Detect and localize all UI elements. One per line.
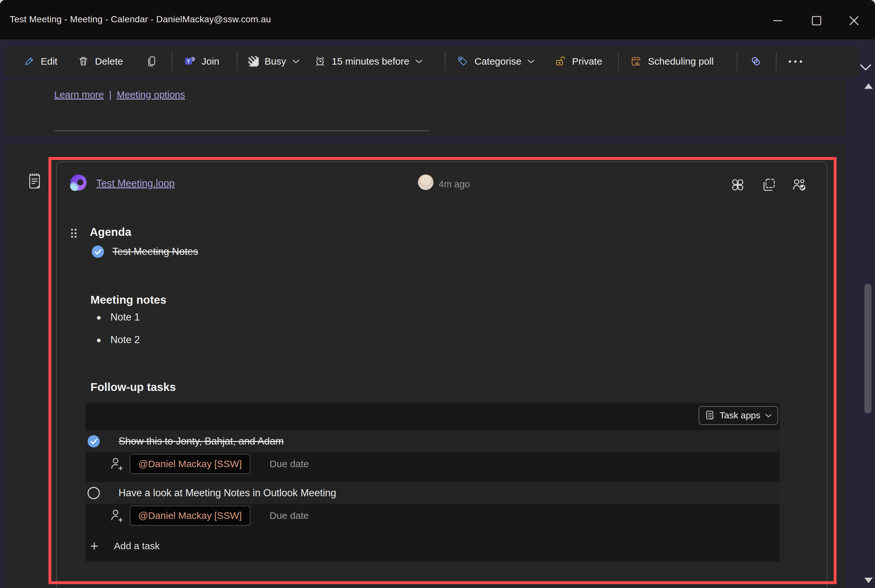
copy-icon: [146, 56, 157, 67]
notes-clipboard-icon[interactable]: [27, 172, 42, 192]
assignee-mention-chip[interactable]: @Daniel Mackay [SSW]: [130, 506, 250, 526]
busy-status-icon: [249, 56, 259, 66]
toolbar-separator: [618, 52, 619, 71]
note-text: Note 2: [111, 334, 140, 346]
components-button[interactable]: [731, 178, 745, 192]
scheduling-poll-icon: [631, 56, 642, 67]
collapse-ribbon-button[interactable]: [859, 63, 872, 73]
more-options-button[interactable]: [789, 46, 802, 77]
unlock-icon: [554, 56, 566, 67]
window-title: Test Meeting - Meeting - Calendar - Dani…: [10, 14, 271, 24]
scrollbar-thumb[interactable]: [865, 284, 872, 414]
meeting-info-panel: Learn more|Meeting options: [4, 80, 846, 136]
drag-handle-icon[interactable]: [71, 229, 77, 239]
toolbar-separator: [445, 52, 445, 71]
screenshot-root: { "window": { "title": "Test Meeting - M…: [0, 0, 875, 588]
minimize-icon: [772, 15, 783, 26]
scroll-down-arrow[interactable]: [865, 578, 873, 583]
people-check-icon: [792, 178, 806, 192]
task-apps-dropdown[interactable]: Task apps: [699, 406, 778, 425]
tag-icon: [457, 56, 469, 67]
close-button[interactable]: [842, 9, 866, 32]
scheduling-poll-button[interactable]: Scheduling poll: [631, 46, 713, 77]
meeting-options-link[interactable]: Meeting options: [117, 89, 185, 100]
link-separator: |: [109, 89, 111, 100]
person-add-icon[interactable]: [110, 457, 123, 471]
note-list-item[interactable]: ● Note 2: [96, 334, 140, 346]
task-assignment-row: @Daniel Mackay [SSW] Due date: [85, 454, 309, 474]
maximize-button[interactable]: [805, 9, 828, 32]
copy-component-button[interactable]: [762, 178, 776, 192]
task-row: Show this to Jonty, Bahjat, and Adam: [85, 430, 780, 452]
teams-icon: T: [184, 56, 196, 67]
chevron-down-icon: [415, 59, 423, 64]
unchecked-checkbox[interactable]: [87, 487, 100, 499]
chevron-down-icon: [527, 59, 535, 64]
avatar: [418, 174, 433, 190]
trash-icon: [78, 56, 89, 67]
due-date-field[interactable]: Due date: [270, 510, 309, 521]
toolbar-separator: [776, 52, 776, 71]
minimize-button[interactable]: [766, 9, 790, 32]
loop-component-card: Test Meeting.loop 4m ago: [56, 162, 827, 588]
plus-icon: +: [90, 541, 99, 551]
task-assignment-row: @Daniel Mackay [SSW] Due date: [85, 506, 309, 526]
note-list-item[interactable]: ● Note 1: [96, 312, 140, 323]
due-date-field[interactable]: Due date: [270, 459, 309, 470]
ribbon-toolbar: Edit Delete T Join Busy: [4, 46, 859, 77]
loop-file-icon: [70, 174, 87, 190]
person-add-icon[interactable]: [110, 508, 123, 523]
agenda-item: Test Meeting Notes: [92, 246, 198, 258]
toolbar-separator: [172, 52, 172, 71]
note-text: Note 1: [111, 312, 140, 323]
agenda-heading: Agenda: [90, 225, 131, 238]
categorise-dropdown[interactable]: Categorise: [457, 46, 535, 77]
tasks-table: Task apps Show this to Jonty, Bahjat, an…: [85, 403, 780, 562]
copy-component-icon: [762, 178, 776, 192]
maximize-icon: [811, 15, 822, 26]
delete-button[interactable]: Delete: [78, 46, 123, 77]
collapse-chevron-icon: [859, 63, 872, 72]
task-apps-icon: [705, 410, 715, 421]
edit-button[interactable]: Edit: [23, 46, 57, 77]
copy-button[interactable]: [146, 46, 157, 77]
show-as-busy-dropdown[interactable]: Busy: [249, 46, 300, 77]
toolbar-separator: [737, 52, 737, 71]
meeting-notes-heading: Meeting notes: [90, 293, 166, 306]
svg-text:T: T: [187, 58, 190, 64]
close-icon: [848, 15, 860, 26]
bullet-icon: ●: [96, 335, 102, 345]
last-edited-timestamp: 4m ago: [439, 179, 470, 190]
bullet-icon: ●: [96, 312, 102, 322]
assignee-mention-chip[interactable]: @Daniel Mackay [SSW]: [130, 454, 250, 474]
people-check-button[interactable]: [792, 178, 806, 192]
loop-icon: [750, 56, 762, 67]
loop-file-link[interactable]: Test Meeting.loop: [96, 178, 175, 189]
checked-checkbox[interactable]: [87, 435, 100, 447]
task-row: Have a look at Meeting Notes in Outlook …: [85, 482, 780, 504]
outlook-meeting-window: Test Meeting - Meeting - Calendar - Dani…: [0, 0, 875, 588]
learn-more-link[interactable]: Learn more: [54, 89, 104, 100]
alarm-icon: [314, 56, 326, 67]
meeting-info-links: Learn more|Meeting options: [54, 89, 185, 100]
components-icon: [731, 178, 745, 192]
task-title[interactable]: Show this to Jonty, Bahjat, and Adam: [118, 435, 283, 447]
add-task-button[interactable]: + Add a task: [90, 540, 160, 552]
loop-card-header: Test Meeting.loop 4m ago: [57, 162, 827, 198]
pencil-icon: [23, 56, 35, 67]
checked-checkbox[interactable]: [92, 246, 104, 258]
chevron-down-icon: [292, 59, 300, 64]
toolbar-separator: [237, 52, 237, 71]
task-title[interactable]: Have a look at Meeting Notes in Outlook …: [118, 487, 336, 499]
check-icon: [92, 246, 104, 258]
loop-component-button[interactable]: [750, 46, 762, 77]
private-toggle[interactable]: Private: [554, 46, 602, 77]
join-button[interactable]: T Join: [184, 46, 219, 77]
reminder-dropdown[interactable]: 15 minutes before: [314, 46, 423, 77]
agenda-item-text[interactable]: Test Meeting Notes: [112, 246, 198, 258]
chevron-down-icon: [765, 414, 772, 418]
divider: [54, 130, 430, 131]
follow-up-tasks-heading: Follow-up tasks: [90, 381, 176, 393]
more-icon: [789, 60, 802, 63]
scroll-up-arrow[interactable]: [865, 83, 873, 89]
